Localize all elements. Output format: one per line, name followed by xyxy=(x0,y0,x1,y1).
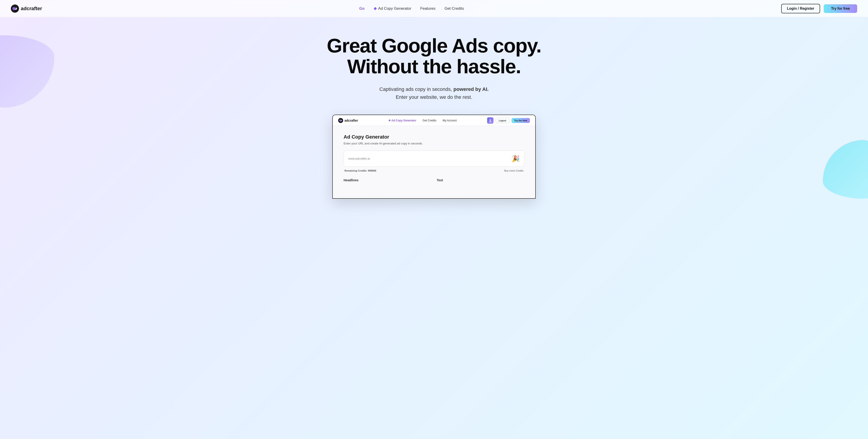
mockup-nav-ad-copy[interactable]: Ad Copy Generator xyxy=(389,119,416,122)
mockup-column-text: Text xyxy=(437,178,524,182)
browser-mockup: adcrafter Ad Copy Generator Get Credits … xyxy=(332,115,536,199)
hero-title: Great Google Ads copy. Without the hassl… xyxy=(327,35,541,77)
nav-link-get-credits[interactable]: Get Credits xyxy=(444,6,464,11)
mockup-remaining-credits: Remaining Credits: 999956 xyxy=(344,169,376,172)
logo-icon xyxy=(11,4,19,13)
mockup-logo-icon xyxy=(338,118,343,123)
svg-point-11 xyxy=(490,119,491,121)
mockup-url-value: www.adcrafter.ai xyxy=(348,157,370,160)
mockup-avatar-icon xyxy=(489,119,492,122)
mockup-logo-text: adcrafter xyxy=(344,119,358,122)
svg-marker-4 xyxy=(374,7,377,10)
mockup-nav-my-account[interactable]: My Account xyxy=(442,119,457,122)
mockup-page-subtitle: Enter your URL and create AI-generated a… xyxy=(344,142,524,145)
hero-section: Great Google Ads copy. Without the hassl… xyxy=(0,17,868,199)
nav-links: Go Ad Copy Generator Features Get Credit… xyxy=(359,6,464,11)
nav-actions: Login / Register Try for free xyxy=(781,4,857,13)
svg-point-3 xyxy=(15,7,16,8)
mockup-confetti-icon: 🎉 xyxy=(512,155,520,162)
diamond-icon xyxy=(374,7,377,10)
mockup-url-input-row[interactable]: www.adcrafter.ai 🎉 xyxy=(344,151,524,166)
login-register-button[interactable]: Login / Register xyxy=(781,4,820,13)
mockup-nav-get-credits[interactable]: Get Credits xyxy=(423,119,436,122)
mockup-buy-credits-link[interactable]: Buy more Credits xyxy=(504,169,524,172)
mockup-columns-row: Headlines Text xyxy=(344,178,524,182)
main-navbar: adcrafter Go Ad Copy Generator Features … xyxy=(0,0,868,17)
browser-frame: adcrafter Ad Copy Generator Get Credits … xyxy=(332,115,536,199)
mockup-logo: adcrafter xyxy=(338,118,358,123)
nav-link-ad-copy-generator[interactable]: Ad Copy Generator xyxy=(374,6,411,11)
mockup-user-avatar xyxy=(487,117,493,124)
mockup-diamond-icon xyxy=(389,119,391,121)
logo[interactable]: adcrafter xyxy=(11,4,42,13)
logo-text: adcrafter xyxy=(21,6,42,11)
nav-link-features[interactable]: Features xyxy=(420,6,435,11)
mockup-logout-button[interactable]: Logout xyxy=(496,118,509,123)
mockup-nav-actions: Logout Try for free xyxy=(487,117,530,124)
svg-marker-9 xyxy=(389,119,391,121)
blob-right-decoration xyxy=(823,140,868,199)
nav-link-go[interactable]: Go xyxy=(359,6,365,11)
mockup-try-button[interactable]: Try for free xyxy=(512,118,530,123)
mockup-content: Ad Copy Generator Enter your URL and cre… xyxy=(333,126,535,198)
blob-left-decoration xyxy=(0,35,54,107)
mockup-navbar: adcrafter Ad Copy Generator Get Credits … xyxy=(333,115,535,126)
mockup-credits-row: Remaining Credits: 999956 Buy more Credi… xyxy=(344,169,524,172)
mockup-column-headlines: Headlines xyxy=(344,178,431,182)
mockup-nav-links: Ad Copy Generator Get Credits My Account xyxy=(389,119,457,122)
mockup-page-title: Ad Copy Generator xyxy=(344,134,524,140)
try-for-free-button[interactable]: Try for free xyxy=(824,4,857,13)
hero-subtitle: Captivating ads copy in seconds, powered… xyxy=(379,85,489,101)
svg-point-8 xyxy=(341,120,341,121)
